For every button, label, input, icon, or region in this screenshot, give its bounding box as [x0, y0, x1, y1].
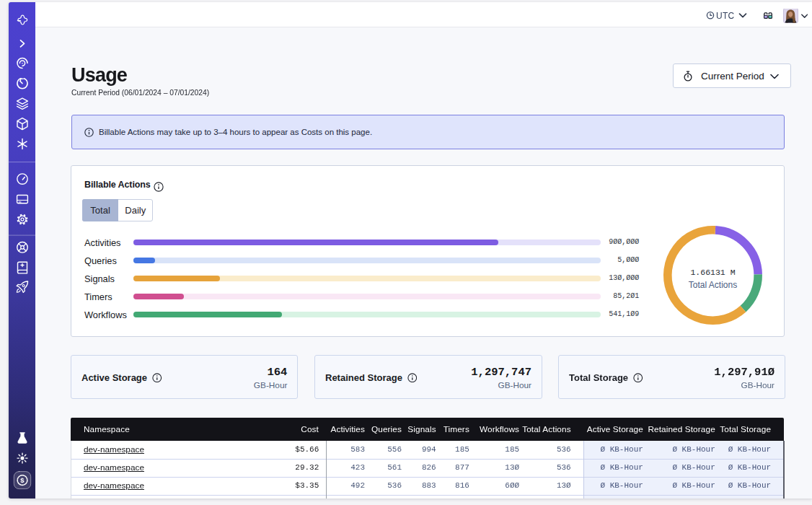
svg-text:$: $ — [20, 476, 25, 484]
